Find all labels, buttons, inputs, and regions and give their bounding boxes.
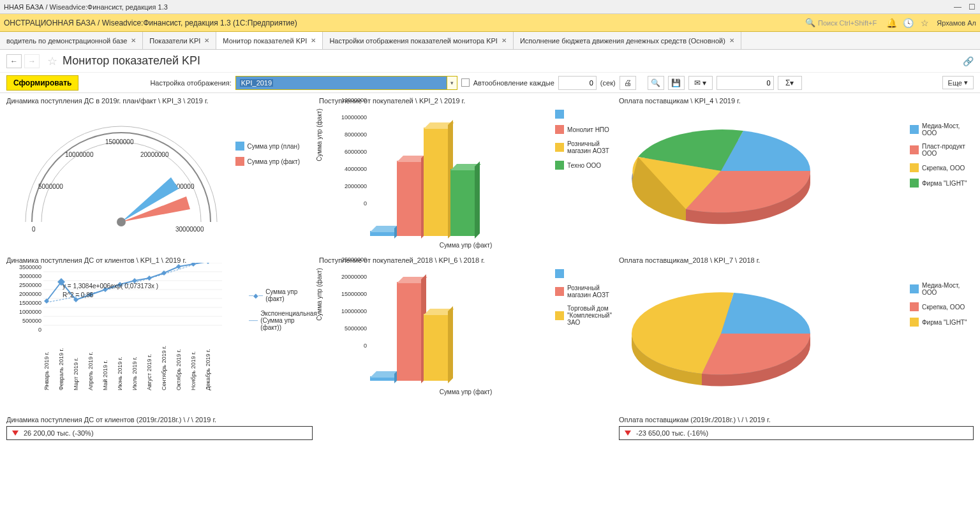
toolbar: Сформировать Настройка отображения: KPI_… bbox=[0, 73, 980, 93]
svg-text:30000000: 30000000 bbox=[175, 226, 204, 233]
link-icon[interactable]: 🔗 bbox=[963, 56, 974, 66]
autorefresh-checkbox[interactable] bbox=[461, 78, 470, 87]
close-icon[interactable]: ✕ bbox=[729, 37, 734, 44]
window-titlebar: ННАЯ БАЗА / Wiseadvice:Финансист, редакц… bbox=[0, 0, 980, 14]
svg-text:15000000: 15000000 bbox=[105, 138, 134, 145]
print-preview-button[interactable]: 🔍 bbox=[648, 76, 664, 90]
pie-legend: Медиа-Мост, ООО Пласт-продукт ООО Скрепк… bbox=[910, 122, 974, 194]
tab-bar: водитель по демонстрационной базе✕ Показ… bbox=[0, 32, 980, 50]
panel-title: Динамика поступления ДС от клиентов (201… bbox=[6, 416, 313, 424]
print-button[interactable]: 🖨 bbox=[620, 76, 636, 90]
app-header-text: ОНСТРАЦИОННАЯ БАЗА / Wiseadvice:Финансис… bbox=[4, 18, 297, 27]
search-placeholder: Поиск Ctrl+Shift+F bbox=[818, 19, 877, 27]
sigma-button[interactable]: Σ ▾ bbox=[778, 76, 802, 90]
summary-value-box: 26 200,00 тыс. (-30%) bbox=[6, 426, 313, 440]
svg-text:20000000: 20000000 bbox=[140, 151, 169, 158]
tab-kpi-indicators[interactable]: Показатели KPI✕ bbox=[143, 32, 216, 49]
generate-button[interactable]: Сформировать bbox=[6, 75, 78, 91]
tab-kpi-monitor[interactable]: Монитор показателей KPI✕ bbox=[216, 32, 323, 49]
svg-point-9 bbox=[117, 217, 126, 226]
line-panel-kpi1: Динамика поступления ДС от клиентов \ KP… bbox=[6, 256, 313, 409]
maximize-icon[interactable]: ☐ bbox=[967, 3, 976, 11]
chevron-down-icon: ▾ bbox=[964, 78, 968, 87]
page-title: Монитор показателей KPI bbox=[63, 54, 200, 68]
down-arrow-icon bbox=[12, 431, 19, 436]
chevron-down-icon[interactable]: ▾ bbox=[447, 77, 457, 89]
bar-legend: Розничный магазин АОЗТ Торговый дом "Ком… bbox=[555, 269, 612, 332]
bar-panel-kpi2: Поступление от покупателей \ KPI_2 \ 201… bbox=[319, 97, 612, 250]
bell-icon[interactable]: 🔔 bbox=[886, 17, 897, 29]
history-icon[interactable]: 🕓 bbox=[902, 17, 914, 29]
svg-text:5000000: 5000000 bbox=[38, 183, 63, 190]
close-icon[interactable]: ✕ bbox=[311, 37, 316, 44]
pie-panel-kpi7: Оплата поставщикам_2018 \ KPI_7 \ 2018 г… bbox=[619, 256, 974, 409]
bar-chart bbox=[370, 282, 448, 381]
pie-chart bbox=[619, 267, 836, 394]
bar-chart bbox=[370, 128, 475, 236]
search-icon: 🔍 bbox=[805, 18, 815, 27]
back-button[interactable]: ← bbox=[6, 54, 22, 68]
display-setting-dropdown[interactable]: KPI_2019 ▾ bbox=[235, 76, 457, 90]
number-input[interactable] bbox=[716, 76, 774, 90]
panel-title: Динамика поступления ДС в 2019г. план/фа… bbox=[6, 97, 313, 105]
line-legend: ─◆─Сумма упр (факт) ──Экспоненциальная (… bbox=[249, 288, 313, 337]
svg-text:R^2 = 0,86: R^2 = 0,86 bbox=[63, 291, 94, 298]
autorefresh-seconds-input[interactable] bbox=[558, 76, 597, 90]
down-arrow-icon bbox=[625, 431, 631, 436]
star-icon[interactable]: ☆ bbox=[919, 17, 930, 29]
favorite-icon[interactable]: ☆ bbox=[47, 54, 57, 68]
user-name[interactable]: Ярхамов Ал bbox=[937, 19, 976, 27]
bar-legend: Монолит НПО Розничный магазин АОЗТ Техно… bbox=[555, 110, 612, 176]
save-button[interactable]: 💾 bbox=[668, 76, 685, 90]
svg-marker-28 bbox=[176, 264, 181, 269]
tab-display-settings[interactable]: Настройки отображения показателей монито… bbox=[323, 32, 514, 49]
dashboard: Динамика поступления ДС в 2019г. план/фа… bbox=[0, 93, 980, 444]
line-chart: y = 1,3084e+006exp( 0,073173x ) R^2 = 0,… bbox=[43, 263, 260, 352]
panel-title: Оплата поставщикам (2019г./2018г.) \ / \… bbox=[619, 416, 974, 424]
svg-marker-30 bbox=[205, 263, 211, 264]
pie-chart bbox=[619, 107, 836, 235]
gauge-chart: 0 5000000 10000000 15000000 20000000 250… bbox=[6, 107, 236, 241]
display-setting-label: Настройка отображения: bbox=[150, 79, 231, 87]
svg-text:y  =  1,3084e+006exp( 0,073173: y = 1,3084e+006exp( 0,073173x ) bbox=[63, 283, 158, 290]
summary-value: -23 650,00 тыс. (-16%) bbox=[636, 429, 708, 437]
close-icon[interactable]: ✕ bbox=[204, 37, 209, 44]
bar-panel-kpi6: Поступление от покупателей_2018 \ KPI_6 … bbox=[319, 256, 612, 409]
svg-text:0: 0 bbox=[32, 226, 36, 233]
summary-panel-2: Оплата поставщикам (2019г./2018г.) \ / \… bbox=[619, 416, 974, 440]
summary-value: 26 200,00 тыс. (-30%) bbox=[24, 429, 94, 437]
tab-budget-execution[interactable]: Исполнение бюджета движения денежных сре… bbox=[514, 32, 741, 49]
autorefresh-label: Автообновление каждые bbox=[473, 79, 554, 87]
gauge-legend: Сумма упр (план) Сумма упр (факт) bbox=[235, 142, 300, 172]
pie-legend: Медиа-Мост, ООО Скрепка, ООО Фирма "LIGH… bbox=[910, 282, 974, 333]
more-button[interactable]: Еще▾ bbox=[942, 76, 974, 89]
gauge-panel: Динамика поступления ДС в 2019г. план/фа… bbox=[6, 97, 313, 250]
pie-panel-kpi4: Оплата поставщикам \ KPI_4 \ 2019 г. Мед… bbox=[619, 97, 974, 250]
tab-demo-guide[interactable]: водитель по демонстрационной базе✕ bbox=[0, 32, 143, 49]
close-icon[interactable]: ✕ bbox=[501, 37, 507, 44]
page-header: ← → ☆ Монитор показателей KPI 🔗 bbox=[0, 50, 980, 73]
summary-panel-1: Динамика поступления ДС от клиентов (201… bbox=[6, 416, 313, 440]
close-icon[interactable]: ✕ bbox=[131, 37, 136, 44]
panel-title: Оплата поставщикам \ KPI_4 \ 2019 г. bbox=[619, 97, 974, 105]
window-title: ННАЯ БАЗА / Wiseadvice:Финансист, редакц… bbox=[4, 3, 168, 11]
forward-button[interactable]: → bbox=[24, 54, 40, 68]
app-header: ОНСТРАЦИОННАЯ БАЗА / Wiseadvice:Финансис… bbox=[0, 14, 980, 32]
email-button[interactable]: ✉ ▾ bbox=[688, 76, 713, 90]
minimize-icon[interactable]: — bbox=[953, 3, 962, 11]
summary-value-box: -23 650,00 тыс. (-16%) bbox=[619, 426, 974, 440]
seconds-label: (сек) bbox=[600, 79, 616, 87]
svg-text:10000000: 10000000 bbox=[65, 151, 94, 158]
panel-title: Оплата поставщикам_2018 \ KPI_7 \ 2018 г… bbox=[619, 256, 974, 264]
global-search[interactable]: 🔍 Поиск Ctrl+Shift+F bbox=[805, 18, 877, 27]
